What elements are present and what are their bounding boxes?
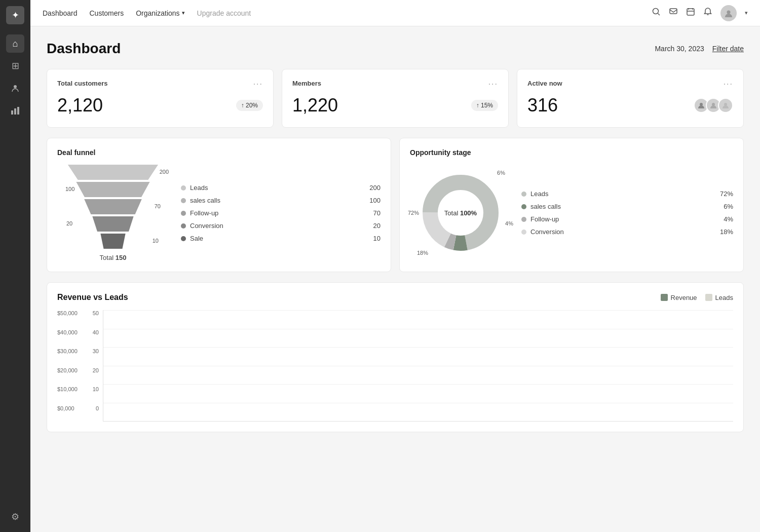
svg-rect-3	[17, 107, 19, 115]
dashboard-meta: March 30, 2023 Filter date	[655, 45, 744, 53]
opp-label-leads: Leads	[530, 190, 548, 198]
rev-legend-leads: Leads	[705, 294, 733, 301]
stat-menu-active[interactable]: ···	[724, 80, 733, 89]
y-revenue-3: $30,000	[57, 348, 78, 354]
rev-legend-label-leads: Leads	[715, 294, 733, 301]
funnel-layer-leads: 200	[57, 165, 169, 180]
calendar-icon[interactable]	[686, 7, 695, 19]
donut-wrapper: Total 100% 72% 6% 4% 18%	[410, 165, 511, 261]
y-label-2: $20,000 20	[57, 367, 103, 373]
rev-legend-label-revenue: Revenue	[671, 294, 697, 301]
legend-dot-salescalls	[181, 198, 186, 203]
filter-date-button[interactable]: Filter date	[712, 45, 744, 53]
stat-menu-members[interactable]: ···	[488, 80, 498, 89]
y-leads-0: 0	[96, 405, 99, 411]
y-label-3: $30,000 30	[57, 348, 103, 354]
percent-18: 18%	[417, 250, 428, 256]
y-revenue-2: $20,000	[57, 367, 78, 373]
opp-legend: Leads 72% sales calls 6%	[521, 190, 733, 236]
sidebar-item-chart[interactable]	[6, 101, 24, 120]
svg-rect-6	[670, 9, 677, 14]
rev-legend-box-leads	[705, 294, 712, 301]
y-label-0: $0,000 0	[57, 405, 103, 411]
sidebar-item-people[interactable]	[6, 79, 24, 97]
percent-72: 72%	[408, 210, 419, 216]
opp-label-salescalls: sales calls	[530, 203, 561, 210]
opp-val-leads: 72%	[720, 190, 733, 198]
y-leads-3: 30	[93, 348, 99, 354]
donut-total-label: Total 100%	[444, 209, 477, 217]
user-chevron[interactable]: ▾	[745, 10, 748, 16]
funnel-layer-followup: 70	[57, 199, 169, 214]
nav-organizations[interactable]: Organizations ▾	[136, 9, 184, 17]
opp-dot-conversion	[521, 230, 526, 235]
y-revenue-4: $40,000	[57, 329, 78, 335]
topnav-icons: ▾	[652, 5, 748, 21]
nav-customers[interactable]: Customers	[90, 7, 124, 19]
opp-val-conversion: 18%	[720, 228, 733, 236]
sidebar-item-grid[interactable]: ⊞	[6, 57, 24, 75]
svg-point-12	[727, 10, 731, 14]
opportunity-title: Opportunity stage	[410, 148, 733, 157]
opportunity-stage-card: Opportunity stage Tota	[399, 138, 744, 272]
topnav: Dashboard Customers Organizations ▾ Upgr…	[30, 0, 760, 26]
opp-label-followup: Follow-up	[530, 215, 559, 223]
opp-dot-followup	[521, 217, 526, 222]
legend-conversion: Conversion 20	[181, 222, 381, 230]
legend-val-followup: 70	[373, 209, 381, 217]
opp-legend-followup: Follow-up 4%	[521, 215, 733, 223]
legend-val-leads: 200	[369, 184, 381, 192]
rev-legend-box-revenue	[661, 294, 668, 301]
sidebar: ✦ ⌂ ⊞ ⚙	[0, 0, 30, 532]
funnel-content: 200 100 70	[57, 165, 381, 261]
y-revenue-1: $10,000	[57, 386, 78, 392]
legend-dot-sale	[181, 236, 186, 241]
opp-dot-leads	[521, 192, 526, 197]
legend-dot-leads	[181, 185, 186, 191]
dashboard-date: March 30, 2023	[655, 45, 704, 53]
sidebar-item-home[interactable]: ⌂	[6, 34, 24, 53]
revenue-legend: Revenue Leads	[661, 294, 733, 301]
message-icon[interactable]	[669, 7, 678, 19]
opp-val-salescalls: 6%	[724, 203, 733, 210]
bell-icon[interactable]	[703, 7, 712, 19]
sidebar-logo[interactable]: ✦	[6, 6, 24, 24]
svg-point-4	[653, 9, 659, 14]
legend-val-conversion: 20	[373, 222, 381, 230]
stat-menu-customers[interactable]: ···	[253, 80, 263, 89]
legend-label-sale: Sale	[190, 235, 203, 242]
funnel-layer-sale: 10	[57, 234, 169, 249]
search-icon[interactable]	[652, 7, 661, 19]
deal-funnel-title: Deal funnel	[57, 148, 381, 157]
y-leads-1: 10	[93, 386, 99, 392]
y-label-5: $50,000 50	[57, 310, 103, 316]
opp-val-followup: 4%	[724, 215, 733, 223]
bar-chart-container: $0,000 0 $10,000 10 $20,000 20 $30,000 3…	[57, 310, 733, 422]
legend-label-followup: Follow-up	[190, 209, 218, 217]
y-leads-4: 40	[93, 329, 99, 335]
revenue-section: Revenue vs Leads Revenue Leads $0,000	[47, 282, 744, 432]
legend-dot-conversion	[181, 223, 186, 229]
nav-upgrade[interactable]: Upgrade account	[197, 9, 251, 17]
funnel-layer-conversion: 20	[57, 216, 169, 232]
active-avatars	[694, 98, 733, 113]
revenue-header: Revenue vs Leads Revenue Leads	[57, 293, 733, 302]
opp-legend-leads: Leads 72%	[521, 190, 733, 198]
svg-rect-7	[687, 9, 694, 15]
legend-label-leads: Leads	[190, 184, 208, 192]
y-label-4: $40,000 40	[57, 329, 103, 335]
nav-home[interactable]: Dashboard	[43, 7, 78, 19]
user-avatar[interactable]	[720, 5, 737, 21]
legend-label-salescalls: sales calls	[190, 197, 220, 204]
avatar-3	[718, 98, 733, 113]
legend-val-sale: 10	[373, 235, 381, 242]
opp-legend-salescalls: sales calls 6%	[521, 203, 733, 210]
stat-value-customers: 2,120	[57, 95, 103, 116]
y-revenue-5: $50,000	[57, 310, 78, 316]
stat-label-active: Active now	[527, 80, 562, 87]
bar-chart-area	[103, 310, 733, 422]
stat-card-active-now: Active now ··· 316	[517, 69, 744, 128]
sidebar-item-settings[interactable]: ⚙	[6, 508, 24, 526]
funnel-diagram: 200 100 70	[57, 165, 169, 261]
y-leads-5: 50	[93, 310, 99, 316]
